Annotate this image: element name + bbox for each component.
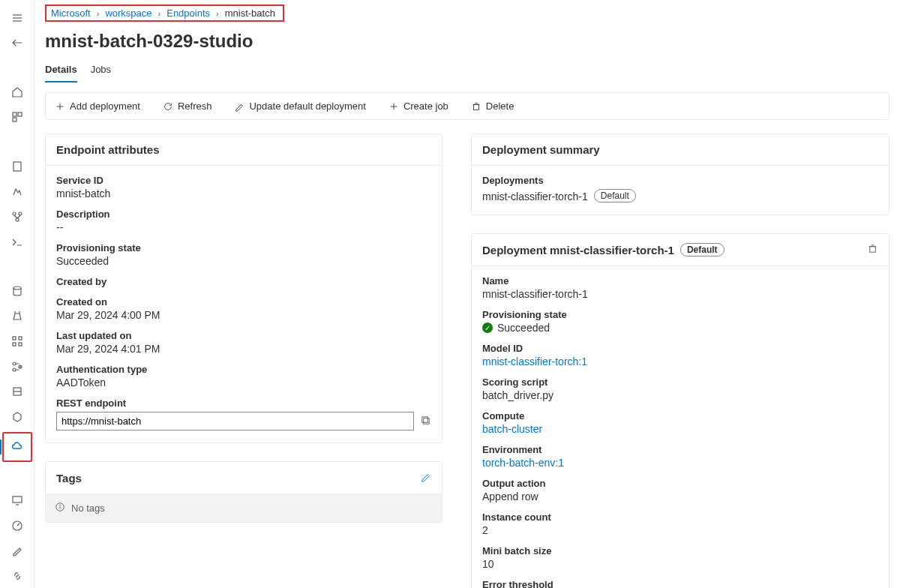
delete-deployment-button[interactable] [867,243,878,256]
copy-icon [420,415,431,426]
breadcrumb-bar: Microsoft › workspace › Endpoints › mnis… [34,0,900,22]
copy-button[interactable] [420,415,431,428]
svg-line-11 [17,215,20,218]
breadcrumb-microsoft[interactable]: Microsoft [51,8,91,19]
back-icon[interactable] [5,32,29,56]
create-job-label: Create job [404,100,448,112]
svg-rect-22 [13,496,22,502]
main-content: Microsoft › workspace › Endpoints › mnis… [34,0,900,588]
compute-icon[interactable] [5,488,29,512]
update-default-button[interactable]: Update default deployment [231,98,368,115]
endpoint-attributes-card: Endpoint attributes Service ID mnist-bat… [45,134,442,443]
linked-icon[interactable] [5,564,29,588]
endpoints-icon[interactable] [5,435,29,459]
notebooks-icon[interactable] [5,154,29,178]
svg-rect-3 [13,112,16,116]
pipelines-icon[interactable] [5,355,29,379]
info-icon [55,502,65,514]
home-icon[interactable] [5,80,29,104]
dep-prov-label: Provisioning state [482,309,878,320]
instance-count-label: Instance count [482,512,878,523]
plus-icon [55,101,65,112]
mini-batch-label: Mini batch size [482,545,878,556]
pencil-icon [420,471,431,482]
rest-endpoint-input[interactable] [56,412,414,430]
compute-link[interactable]: batch-cluster [482,423,878,435]
svg-line-10 [14,215,17,218]
prompt-icon[interactable] [5,230,29,254]
model-id-label: Model ID [482,343,878,354]
svg-point-17 [13,362,16,365]
breadcrumb: Microsoft › workspace › Endpoints › mnis… [45,4,284,22]
env-link[interactable]: torch-batch-env:1 [482,457,878,469]
scoring-value: batch_driver.py [482,389,878,401]
trash-icon [867,243,878,254]
description-value: -- [56,221,431,233]
svg-point-9 [16,218,19,221]
refresh-button[interactable]: Refresh [160,98,215,115]
scoring-label: Scoring script [482,376,878,388]
deployment-summary-header: Deployment summary [472,134,889,166]
dep-name-label: Name [482,275,878,286]
rest-endpoint-label: REST endpoint [56,398,431,409]
output-action-value: Append row [482,490,878,502]
tab-details[interactable]: Details [45,58,77,82]
tags-header: Tags [56,472,82,484]
menu-icon[interactable] [5,6,29,30]
automl-icon[interactable] [5,179,29,203]
delete-button[interactable]: Delete [468,98,518,115]
svg-rect-14 [19,337,22,340]
refresh-icon [163,101,173,112]
deployment-detail-card: Deployment mnist-classifier-torch-1 Defa… [471,233,890,588]
no-tags-text: No tags [71,502,105,514]
model-id-link[interactable]: mnist-classifier-torch:1 [482,356,878,368]
endpoints-nav-highlight [2,432,32,462]
dep-prov-value: Succeeded [497,322,550,334]
breadcrumb-workspace[interactable]: workspace [105,8,152,19]
instance-count-value: 2 [482,524,878,536]
output-action-label: Output action [482,478,878,489]
auth-type-value: AADToken [56,376,431,388]
environments-icon[interactable] [5,380,29,404]
svg-rect-15 [13,343,16,346]
designer-icon[interactable] [5,205,29,229]
edit-icon [234,101,244,112]
svg-point-36 [60,505,61,506]
create-job-button[interactable]: Create job [386,98,452,115]
error-threshold-label: Error threshold [482,579,878,588]
catalog-icon[interactable] [5,106,29,130]
svg-rect-37 [870,247,876,253]
compute-label: Compute [482,410,878,422]
toolbar: Add deployment Refresh Update default de… [45,92,890,120]
env-label: Environment [482,444,878,455]
svg-rect-32 [424,418,430,424]
breadcrumb-endpoints[interactable]: Endpoints [166,8,210,19]
deployments-label: Deployments [482,175,878,186]
add-deployment-label: Add deployment [70,100,140,112]
chevron-right-icon: › [216,9,219,18]
models-icon[interactable] [5,405,29,429]
labeling-icon[interactable] [5,539,29,563]
updated-on-value: Mar 29, 2024 4:01 PM [56,343,431,355]
created-on-label: Created on [56,296,431,308]
refresh-label: Refresh [178,100,212,112]
monitoring-icon[interactable] [5,514,29,538]
svg-point-12 [14,286,21,290]
jobs-icon[interactable] [5,304,29,328]
default-badge: Default [594,189,636,202]
update-default-label: Update default deployment [249,100,365,112]
created-on-value: Mar 29, 2024 4:00 PM [56,309,431,321]
components-icon[interactable] [5,329,29,353]
updated-on-label: Last updated on [56,330,431,341]
add-deployment-button[interactable]: Add deployment [52,98,143,115]
data-icon[interactable] [5,279,29,303]
chevron-right-icon: › [97,9,100,18]
trash-icon [471,101,482,112]
svg-point-7 [13,212,16,215]
tab-jobs[interactable]: Jobs [91,58,111,82]
tags-body: No tags [46,494,442,522]
deployment-detail-header: Deployment mnist-classifier-torch-1 [482,244,674,256]
page-title: mnist-batch-0329-studio [34,22,900,58]
edit-tags-button[interactable] [420,471,431,484]
deployment-summary-card: Deployment summary Deployments mnist-cla… [471,134,890,215]
